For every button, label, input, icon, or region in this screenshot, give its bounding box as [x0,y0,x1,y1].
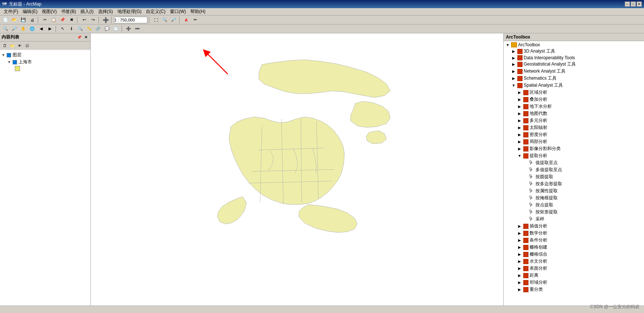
toolbox-item-sa-overlay[interactable]: ▶ 叠加分析 [504,96,644,103]
hyperlink-tool[interactable]: 🔗 [94,25,102,33]
toolbox-item-sa-surface[interactable]: ▶ 表面分析 [504,265,644,272]
menu-item-b[interactable]: 书签(B) [59,8,78,15]
expand-schematics[interactable]: ▶ [511,76,516,80]
expand-sa-raster-create[interactable]: ▶ [517,245,522,249]
expand-sa-density[interactable]: ▶ [517,133,522,137]
toolbox-root[interactable]: ▼ ArcToolbox [504,42,644,48]
menu-item-c[interactable]: 自定义(C) [144,8,168,15]
toolbox-item-sa-neighbor[interactable]: ▶ 邻域分析 [504,279,644,286]
toolbox-item-sa-extract-circle[interactable]: 按圆提取 [504,173,644,180]
expand-sa-reclass[interactable]: ▶ [517,287,522,292]
full-extent-tool[interactable]: 🌐 [28,25,36,33]
new-button[interactable]: 📄 [1,16,10,24]
close-button[interactable]: ✕ [637,1,642,7]
expand-sa-multivariate[interactable]: ▶ [517,119,522,123]
toolbox-item-geostatistical[interactable]: ▶ Geostatistical Analyst 工具 [504,61,644,68]
zoom-full-button[interactable]: ⛶ [152,16,160,24]
print-button[interactable]: 🖨 [28,16,36,24]
zoom-out-tool[interactable]: 🔎 [10,25,19,33]
expand-sa-raster-general[interactable]: ▶ [517,252,522,256]
forward-tool[interactable]: ▶ [46,25,54,33]
toolbox-item-sa-raster-general[interactable]: ▶ 栅格综合 [504,251,644,258]
open-button[interactable]: 📂 [10,16,19,24]
select-tool[interactable]: ↖ [59,25,67,33]
toolbox-item-data-interop[interactable]: ▶ Data Interoperability Tools [504,55,644,61]
toolbox-item-sa-reclass[interactable]: ▶ 重分类 [504,286,644,293]
toc-list-by-visibility[interactable]: 👁 [16,42,23,49]
toc-list-by-source[interactable]: 📁 [9,42,16,49]
cut-button[interactable]: ✂ [41,16,49,24]
layers-checkbox[interactable] [7,53,11,57]
toolbox-item-sa-hydro[interactable]: ▶ 水文分析 [504,258,644,265]
toolbox-item-sa-zone[interactable]: ▶ 区域分析 [504,89,644,96]
back-tool[interactable]: ◀ [37,25,45,33]
toc-close-button[interactable]: ✕ [83,34,89,40]
measure-tool[interactable]: 📏 [85,25,93,33]
toolbox-item-sa-segment[interactable]: ▶ 影像分割和分类 [504,145,644,152]
expand-sa-groundwater[interactable]: ▶ [517,104,522,109]
menu-item-h[interactable]: 帮助(H) [188,8,208,15]
menu-item-w[interactable]: 窗口(W) [168,8,188,15]
add-data-button[interactable]: ➕ [101,16,110,24]
toolbox-item-sa-groundwater[interactable]: ▶ 地下水分析 [504,103,644,110]
scale-input[interactable]: 1 : 750,000 [114,17,147,23]
expand-network-analyst[interactable]: ▶ [511,69,516,73]
minimize-button[interactable]: ─ [625,1,630,7]
expand-3d-analyst[interactable]: ▶ [511,49,516,53]
expand-sa-segment[interactable]: ▶ [517,147,522,151]
expand-root[interactable]: ▼ [505,43,510,47]
expand-sa-conditional[interactable]: ▶ [517,238,522,242]
arcmap-btn[interactable]: A [182,16,190,24]
expand-sa-solar[interactable]: ▶ [517,126,522,130]
toolbox-item-spatial-analyst[interactable]: ▼ Spatial Analyst 工具 [504,82,644,89]
toolbox-item-network-analyst[interactable]: ▶ Network Analyst 工具 [504,68,644,75]
save-button[interactable]: 💾 [19,16,27,24]
expand-sa-overlay[interactable]: ▶ [517,97,522,101]
toolbox-item-schematics[interactable]: ▶ Schematics 工具 [504,75,644,82]
menu-item-i[interactable]: 插入(I) [78,8,96,15]
toc-list-by-drawing[interactable]: 🗒 [1,42,8,49]
toolbox-item-sa-extract-pts[interactable]: 按点提取 [504,202,644,209]
map-area[interactable] [91,33,503,306]
zoom-fixed-in[interactable]: ➕ [124,25,133,33]
expand-icon-shanghai[interactable]: ▼ [7,60,11,64]
toolbox-item-sa-interpolation[interactable]: ▶ 插值分析 [504,223,644,230]
pan-tool[interactable]: ✋ [19,25,27,33]
toc-list-by-selection[interactable]: ☑ [24,42,30,49]
menu-item-g[interactable]: 地理处理(G) [115,8,144,15]
toolbox-item-sa-extract-mask[interactable]: 按掩模提取 [504,194,644,202]
toc-root-layers[interactable]: ▼ 图层 [1,51,89,59]
toc-layer-shanghai[interactable]: ▼ 上海市 [1,59,89,66]
toolbox-item-sa-extract[interactable]: ▼ 提取分析 [504,152,644,159]
shanghai-checkbox[interactable] [13,60,17,64]
expand-sa-local[interactable]: ▶ [517,140,522,144]
menu-item-e[interactable]: 编辑(E) [20,8,40,15]
html-popup-tool[interactable]: 💬 [103,25,111,33]
toolbox-item-sa-extract-attr[interactable]: 按属性提取 [504,187,644,194]
expand-sa-interpolation[interactable]: ▶ [517,224,522,228]
menu-item-v[interactable]: 视图(V) [40,8,59,15]
toolbox-item-sa-solar[interactable]: ▶ 太阳辐射 [504,124,644,131]
zoom-in-tool[interactable]: 🔍 [1,25,10,33]
paste-button[interactable]: 📌 [59,16,67,24]
undo-button[interactable]: ↩ [80,16,88,24]
menu-item-f[interactable]: 文件(F) [1,8,20,15]
zoom-out-button[interactable]: 🔎 [170,16,178,24]
toolbox-item-sa-density[interactable]: ▶ 密度分析 [504,131,644,138]
copy-button[interactable]: 📋 [50,16,58,24]
map-canvas[interactable] [91,33,503,306]
expand-icon-layers[interactable]: ▼ [1,53,5,57]
expand-sa-extract[interactable]: ▼ [517,154,522,158]
toolbox-item-sa-local[interactable]: ▶ 局部分析 [504,138,644,145]
zoom-in-button[interactable]: 🔍 [161,16,169,24]
toolbox-item-sa-extract-multipoint[interactable]: 多值提取至点 [504,166,644,173]
toolbox-item-sa-extract-polygon[interactable]: 按多边形提取 [504,180,644,187]
find-tool[interactable]: 🔍 [76,25,84,33]
zoom-fixed-out[interactable]: ➖ [133,25,141,33]
toc-pin-button[interactable]: 📌 [76,34,82,40]
redo-button[interactable]: ↪ [89,16,97,24]
expand-sa-mapcode[interactable]: ▶ [517,111,522,116]
toolbox-item-sa-math[interactable]: ▶ 数学分析 [504,230,644,237]
delete-button[interactable]: ✖ [67,16,76,24]
toolbox-item-sa-conditional[interactable]: ▶ 条件分析 [504,237,644,244]
